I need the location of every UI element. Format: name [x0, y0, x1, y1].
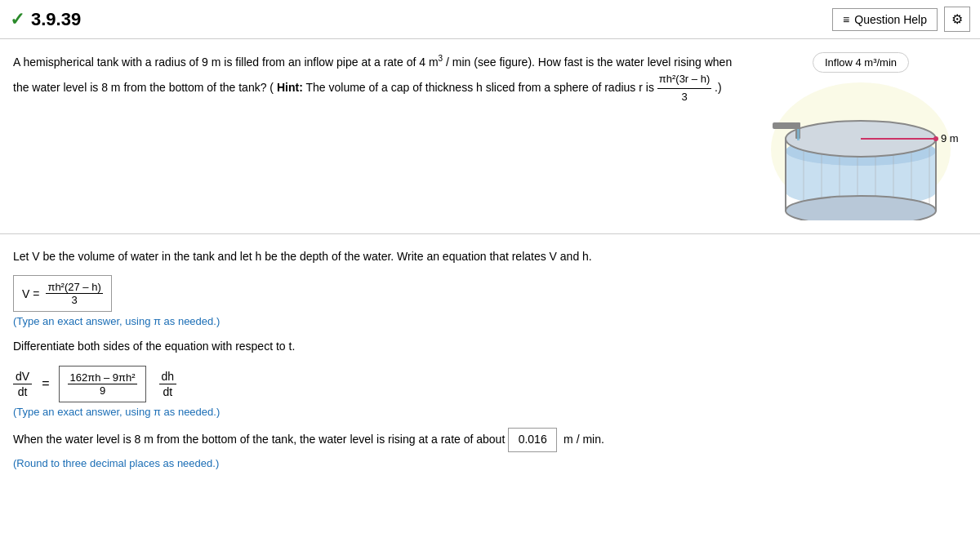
volume-formula: πh²(3r – h) 3 — [657, 71, 711, 106]
hint-2: (Type an exact answer, using π as needed… — [13, 406, 967, 418]
v-equation-box: V = πh²(27 – h) 3 — [13, 275, 112, 312]
problem-text: A hemispherical tank with a radius of 9 … — [13, 52, 738, 106]
bracket-fraction: 162πh – 9πh² 9 — [68, 371, 136, 397]
question-help-button[interactable]: ≡ Question Help — [832, 8, 938, 31]
equals-sign: = — [42, 376, 49, 391]
dv-dt-fraction: dV dt — [13, 369, 32, 399]
solution-section: Let V be the volume of water in the tank… — [0, 247, 980, 492]
bracket-expression: 162πh – 9πh² 9 — [59, 366, 145, 402]
header-left: ✓ 3.9.39 — [10, 9, 81, 30]
tank-svg: 9 m — [763, 78, 959, 220]
svg-rect-17 — [797, 129, 800, 140]
problem-section: A hemispherical tank with a radius of 9 … — [13, 52, 738, 220]
v-numerator: πh²(27 – h) — [46, 281, 102, 294]
check-icon: ✓ — [10, 9, 24, 30]
hint-word: Hint: — [277, 81, 303, 94]
bracket-num: 162πh – 9πh² — [68, 371, 136, 384]
header-right: ≡ Question Help ⚙ — [832, 7, 970, 32]
question-help-label: Question Help — [854, 13, 927, 26]
menu-icon: ≡ — [843, 13, 849, 26]
figure-section: Inflow 4 m³/min — [755, 52, 967, 220]
header: ✓ 3.9.39 ≡ Question Help ⚙ — [0, 0, 980, 39]
differentiate-label: Differentiate both sides of the equation… — [13, 337, 967, 355]
final-answer-text: When the water level is 8 m from the bot… — [13, 428, 967, 452]
v-denominator: 3 — [69, 294, 78, 306]
final-answer-input[interactable]: 0.016 — [508, 428, 557, 452]
tank-figure: 9 m — [763, 78, 959, 220]
svg-rect-15 — [773, 122, 797, 129]
svg-point-14 — [786, 196, 936, 220]
v-label: V = — [22, 287, 39, 300]
dv-den: dt — [16, 384, 30, 399]
solution-intro: Let V be the volume of water in the tank… — [13, 247, 967, 265]
dh-num: dh — [159, 369, 177, 384]
svg-text:9 m: 9 m — [941, 132, 959, 144]
hint-1: (Type an exact answer, using π as needed… — [13, 315, 967, 327]
problem-number: 3.9.39 — [31, 9, 81, 30]
dh-den: dt — [161, 384, 176, 399]
v-formula: πh²(27 – h) 3 — [46, 281, 102, 306]
divider — [0, 233, 980, 234]
derivative-equation: dV dt = 162πh – 9πh² 9 dh dt — [13, 366, 967, 402]
gear-button[interactable]: ⚙ — [944, 7, 970, 32]
main-content: A hemispherical tank with a radius of 9 … — [0, 39, 980, 220]
gear-icon: ⚙ — [951, 12, 963, 26]
inflow-label: Inflow 4 m³/min — [813, 52, 909, 73]
unit-label: m / min. — [564, 433, 604, 446]
bracket-den: 9 — [98, 384, 107, 397]
hint-3: (Round to three decimal places as needed… — [13, 457, 967, 469]
svg-point-19 — [933, 136, 938, 141]
dh-dt-fraction: dh dt — [159, 369, 177, 399]
dv-num: dV — [13, 369, 32, 384]
